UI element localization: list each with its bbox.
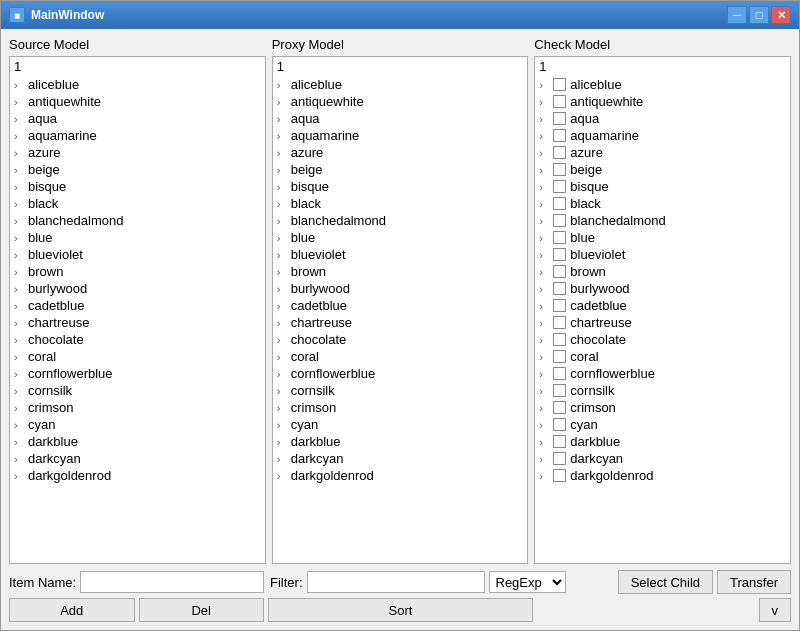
select-child-button[interactable]: Select Child [618, 570, 713, 594]
item-checkbox[interactable] [553, 384, 566, 397]
checkbox-item[interactable]: ›cornsilk [535, 382, 790, 399]
item-checkbox[interactable] [553, 418, 566, 431]
list-item[interactable]: ›aquamarine [273, 127, 528, 144]
filter-input[interactable] [307, 571, 485, 593]
item-checkbox[interactable] [553, 78, 566, 91]
checkbox-item[interactable]: ›azure [535, 144, 790, 161]
add-button[interactable]: Add [9, 598, 135, 622]
list-item[interactable]: ›burlywood [10, 280, 265, 297]
checkbox-item[interactable]: ›brown [535, 263, 790, 280]
list-item[interactable]: ›darkblue [273, 433, 528, 450]
list-item[interactable]: ›blueviolet [273, 246, 528, 263]
checkbox-item[interactable]: ›crimson [535, 399, 790, 416]
restore-button[interactable]: □ [749, 6, 769, 24]
checkbox-item[interactable]: ›aquamarine [535, 127, 790, 144]
item-checkbox[interactable] [553, 197, 566, 210]
list-item[interactable]: ›cornsilk [10, 382, 265, 399]
checkbox-item[interactable]: ›cadetblue [535, 297, 790, 314]
item-checkbox[interactable] [553, 435, 566, 448]
list-item[interactable]: ›crimson [10, 399, 265, 416]
list-item[interactable]: ›burlywood [273, 280, 528, 297]
list-item[interactable]: ›black [10, 195, 265, 212]
list-item[interactable]: ›blue [10, 229, 265, 246]
checkbox-item[interactable]: ›blanchedalmond [535, 212, 790, 229]
source-model-list[interactable]: 1 ›aliceblue›antiquewhite›aqua›aquamarin… [9, 56, 266, 564]
list-item[interactable]: ›aquamarine [10, 127, 265, 144]
list-item[interactable]: ›bisque [273, 178, 528, 195]
list-item[interactable]: ›crimson [273, 399, 528, 416]
list-item[interactable]: ›cyan [10, 416, 265, 433]
item-checkbox[interactable] [553, 112, 566, 125]
list-item[interactable]: ›darkcyan [10, 450, 265, 467]
checkbox-item[interactable]: ›bisque [535, 178, 790, 195]
item-checkbox[interactable] [553, 316, 566, 329]
list-item[interactable]: ›blue [273, 229, 528, 246]
list-item[interactable]: ›darkgoldenrod [273, 467, 528, 484]
checkbox-item[interactable]: ›burlywood [535, 280, 790, 297]
item-checkbox[interactable] [553, 129, 566, 142]
list-item[interactable]: ›coral [10, 348, 265, 365]
list-item[interactable]: ›aliceblue [10, 76, 265, 93]
list-item[interactable]: ›chocolate [10, 331, 265, 348]
checkbox-item[interactable]: ›cornflowerblue [535, 365, 790, 382]
item-checkbox[interactable] [553, 469, 566, 482]
item-name-input[interactable] [80, 571, 264, 593]
item-checkbox[interactable] [553, 299, 566, 312]
checkbox-item[interactable]: ›chartreuse [535, 314, 790, 331]
minimize-button[interactable]: ─ [727, 6, 747, 24]
item-checkbox[interactable] [553, 95, 566, 108]
checkbox-item[interactable]: ›cyan [535, 416, 790, 433]
item-checkbox[interactable] [553, 214, 566, 227]
item-checkbox[interactable] [553, 265, 566, 278]
list-item[interactable]: ›cadetblue [273, 297, 528, 314]
list-item[interactable]: ›beige [10, 161, 265, 178]
list-item[interactable]: ›darkcyan [273, 450, 528, 467]
checkbox-item[interactable]: ›blue [535, 229, 790, 246]
list-item[interactable]: ›blanchedalmond [10, 212, 265, 229]
list-item[interactable]: ›blueviolet [10, 246, 265, 263]
list-item[interactable]: ›antiquewhite [10, 93, 265, 110]
list-item[interactable]: ›black [273, 195, 528, 212]
list-item[interactable]: ›azure [10, 144, 265, 161]
item-checkbox[interactable] [553, 248, 566, 261]
checkbox-item[interactable]: ›black [535, 195, 790, 212]
item-checkbox[interactable] [553, 452, 566, 465]
list-item[interactable]: ›beige [273, 161, 528, 178]
checkbox-item[interactable]: ›coral [535, 348, 790, 365]
item-checkbox[interactable] [553, 367, 566, 380]
list-item[interactable]: ›darkblue [10, 433, 265, 450]
list-item[interactable]: ›cadetblue [10, 297, 265, 314]
close-button[interactable]: ✕ [771, 6, 791, 24]
item-checkbox[interactable] [553, 282, 566, 295]
check-model-list[interactable]: 1 ›aliceblue›antiquewhite›aqua›aquamarin… [534, 56, 791, 564]
list-item[interactable]: ›antiquewhite [273, 93, 528, 110]
checkbox-item[interactable]: ›aliceblue [535, 76, 790, 93]
transfer-button[interactable]: Transfer [717, 570, 791, 594]
list-item[interactable]: ›brown [10, 263, 265, 280]
list-item[interactable]: ›chocolate [273, 331, 528, 348]
list-item[interactable]: ›azure [273, 144, 528, 161]
checkbox-item[interactable]: ›darkgoldenrod [535, 467, 790, 484]
list-item[interactable]: ›aqua [10, 110, 265, 127]
list-item[interactable]: ›cornsilk [273, 382, 528, 399]
list-item[interactable]: ›chartreuse [273, 314, 528, 331]
item-checkbox[interactable] [553, 333, 566, 346]
checkbox-item[interactable]: ›blueviolet [535, 246, 790, 263]
checkbox-item[interactable]: ›aqua [535, 110, 790, 127]
list-item[interactable]: ›coral [273, 348, 528, 365]
item-checkbox[interactable] [553, 350, 566, 363]
checkbox-item[interactable]: ›darkblue [535, 433, 790, 450]
list-item[interactable]: ›bisque [10, 178, 265, 195]
checkbox-item[interactable]: ›beige [535, 161, 790, 178]
proxy-model-list[interactable]: 1 ›aliceblue›antiquewhite›aqua›aquamarin… [272, 56, 529, 564]
list-item[interactable]: ›aqua [273, 110, 528, 127]
list-item[interactable]: ›darkgoldenrod [10, 467, 265, 484]
item-checkbox[interactable] [553, 401, 566, 414]
list-item[interactable]: ›blanchedalmond [273, 212, 528, 229]
checkbox-item[interactable]: ›antiquewhite [535, 93, 790, 110]
list-item[interactable]: ›cornflowerblue [273, 365, 528, 382]
v-button[interactable]: v [759, 598, 792, 622]
list-item[interactable]: ›cornflowerblue [10, 365, 265, 382]
item-checkbox[interactable] [553, 146, 566, 159]
list-item[interactable]: ›brown [273, 263, 528, 280]
